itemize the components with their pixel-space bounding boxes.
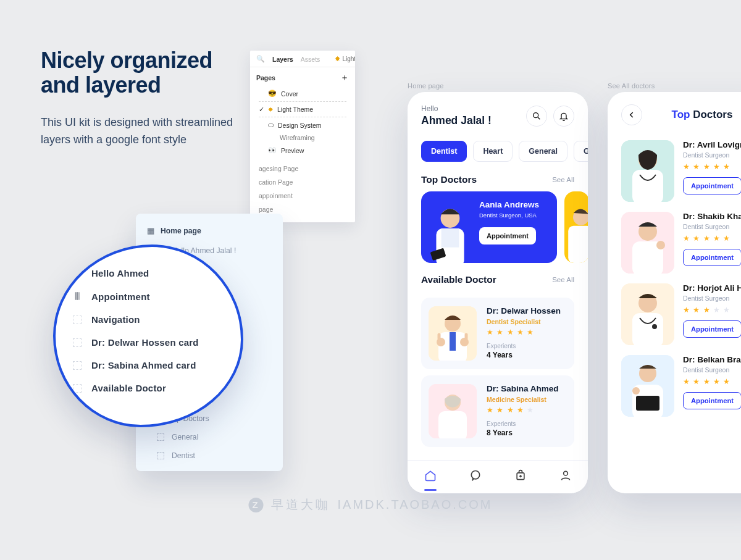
doctor-sub: Dentist Specialist (487, 318, 561, 325)
svg-point-17 (471, 471, 479, 479)
theme-switcher[interactable]: ✸Light... (335, 55, 355, 63)
user-name: Ahmed Jalal ! (421, 114, 492, 127)
page-design-system[interactable]: ✓⬭Design System (250, 119, 355, 132)
page-cover[interactable]: ✓😎Cover (250, 87, 355, 100)
tab-profile[interactable] (559, 469, 572, 485)
doctor-name: Dr: Horjot Ali HA (683, 283, 741, 293)
appointment-button[interactable]: Appointment (683, 249, 741, 266)
headline: Nicely organized and layered This UI kit… (41, 48, 251, 148)
headline-title-line1: Nicely organized (41, 48, 212, 73)
sun-icon: ✸ (268, 106, 273, 113)
tab-chat[interactable] (469, 469, 482, 485)
chip-general-2[interactable]: General (574, 141, 588, 162)
chip-heart[interactable]: Heart (473, 141, 513, 162)
doctor-row[interactable]: Dr: Belkan Bradu Dentist Surgeon ★ ★ ★ ★… (608, 345, 741, 417)
title-part-2: Doctors (690, 109, 732, 120)
circled-layers-lens: THello Ahmed 𝄃𝄃Appointment Navigation Dr… (53, 244, 243, 427)
layer-row[interactable]: Dentist (136, 446, 283, 465)
chip-general[interactable]: General (519, 141, 567, 162)
layer-row[interactable]: Available Doctor (56, 377, 241, 399)
rating-stars: ★ ★ ★ ★ ★ (683, 162, 741, 171)
appointment-button[interactable]: Appointment (683, 320, 741, 338)
featured-doctor-card-peek[interactable] (564, 191, 588, 263)
doctor-sub: Dentist Surgeon (683, 223, 741, 230)
layer-row[interactable]: Navigation (56, 308, 241, 331)
svg-point-26 (656, 241, 665, 249)
headline-subtitle: This UI kit is designed with streamlined… (41, 114, 251, 149)
see-all-link[interactable]: See All (552, 276, 574, 283)
search-button[interactable] (526, 106, 547, 127)
bottom-tabbar (408, 460, 588, 493)
doctor-illustration (564, 201, 588, 263)
watermark-url: IAMDK.TAOBAO.COM (338, 498, 493, 512)
layer-row[interactable]: THello Ahmed (56, 262, 241, 285)
svg-rect-21 (632, 170, 663, 202)
layer-row[interactable]: agesing Page (250, 162, 355, 175)
section-available-doctor: Available Doctor (421, 274, 496, 285)
doctor-sub: Dentist Surgeon, USA (479, 212, 539, 219)
pages-heading: Pages (256, 74, 275, 81)
doctor-row[interactable]: Dr: Horjot Ali HA Dentist Surgeon ★ ★ ★ … (608, 274, 741, 345)
figma-layers-panel: 🔍 Layers Assets ✸Light... Pages ＋ ✓😎Cove… (250, 51, 355, 222)
toggle-icon: ⬭ (268, 121, 274, 129)
experience-value: 8 Years (487, 428, 559, 437)
chat-icon (469, 469, 482, 482)
doctor-sub: Dentist Surgeon (683, 295, 741, 302)
bell-icon (559, 111, 569, 121)
phone-all-doctors: Top Doctors Dr: Avril Lovigne Dentist Su… (608, 92, 741, 493)
page-wireframing[interactable]: ✓Wireframing (250, 132, 355, 144)
layer-row[interactable]: cation Page (250, 175, 355, 189)
greeting-label: Hello (421, 104, 492, 113)
tab-assets[interactable]: Assets (301, 56, 320, 63)
svg-point-0 (534, 112, 538, 117)
doctor-sub: Medicine Specialist (487, 396, 559, 403)
doctor-sub: Dentist Surgeon (683, 366, 741, 374)
add-page-icon[interactable]: ＋ (340, 72, 349, 83)
grid-icon: ▦ (147, 226, 154, 235)
layer-row[interactable]: Dr: Sabina Ahmed card (56, 354, 241, 377)
doctor-illustration (621, 212, 674, 274)
doctor-name: Dr: Delwar Hossen (487, 306, 561, 316)
page-light-theme[interactable]: ✓✸Light Theme (250, 103, 355, 115)
tab-medkit[interactable] (514, 469, 527, 485)
rating-stars: ★ ★ ★ ★ ★ (683, 377, 741, 386)
doctor-row[interactable]: Dr: Avril Lovigne Dentist Surgeon ★ ★ ★ … (608, 130, 741, 202)
rating-stars: ★ ★ ★ ★ ★ (487, 406, 559, 414)
tab-layers[interactable]: Layers (272, 56, 293, 63)
featured-doctor-card[interactable]: Aania Andrews Dentist Surgeon, USA Appoi… (421, 191, 557, 263)
watermark: Z 早道大咖 IAMDK.TAOBAO.COM (249, 496, 493, 513)
doctor-illustration (621, 355, 674, 417)
frame-icon (73, 338, 82, 347)
layer-row[interactable]: 𝄃𝄃Appointment (56, 285, 241, 308)
svg-point-35 (632, 387, 640, 395)
appointment-button[interactable]: Appointment (683, 177, 741, 194)
doctor-card[interactable]: Dr: Sabina Ahmed Medicine Specialist ★ ★… (421, 375, 574, 447)
doctor-card[interactable]: Dr: Delwar Hossen Dentist Specialist ★ ★… (421, 298, 574, 369)
chip-dentist[interactable]: Dentist (421, 141, 467, 162)
category-chips: Dentist Heart General General (408, 132, 588, 163)
doctor-name: Dr: Shakib Khan (683, 212, 741, 221)
svg-point-30 (652, 324, 657, 329)
notification-button[interactable] (553, 106, 574, 127)
bars-icon: 𝄃𝄃 (72, 291, 83, 302)
doctor-row[interactable]: Dr: Shakib Khan Dentist Surgeon ★ ★ ★ ★ … (608, 202, 741, 274)
rating-stars: ★ ★ ★ ★ ★ (683, 234, 741, 243)
doctor-name: Dr: Sabina Ahmed (487, 384, 559, 393)
text-icon: T (72, 268, 83, 278)
eyes-icon: 👀 (268, 146, 277, 154)
rating-stars: ★ ★ ★ ★ ★ (487, 328, 561, 336)
appointment-button[interactable]: Appointment (479, 227, 536, 244)
frame-icon (73, 361, 82, 370)
page-preview[interactable]: ✓👀Preview (250, 144, 355, 157)
layer-row[interactable]: Dr: Delwar Hossen card (56, 331, 241, 354)
appointment-button[interactable]: Appointment (683, 392, 741, 409)
doctor-illustration (621, 140, 674, 202)
doctor-illustration (429, 384, 477, 438)
doctor-illustration (429, 306, 477, 361)
layer-row[interactable]: appoinment (250, 189, 355, 203)
tab-home[interactable] (424, 469, 437, 485)
phone-home: Hello Ahmed Jalal ! Dentist Heart Genera… (408, 92, 588, 493)
layer-row[interactable]: General (136, 428, 283, 446)
see-all-link[interactable]: See All (552, 176, 574, 183)
search-icon[interactable]: 🔍 (256, 55, 265, 63)
